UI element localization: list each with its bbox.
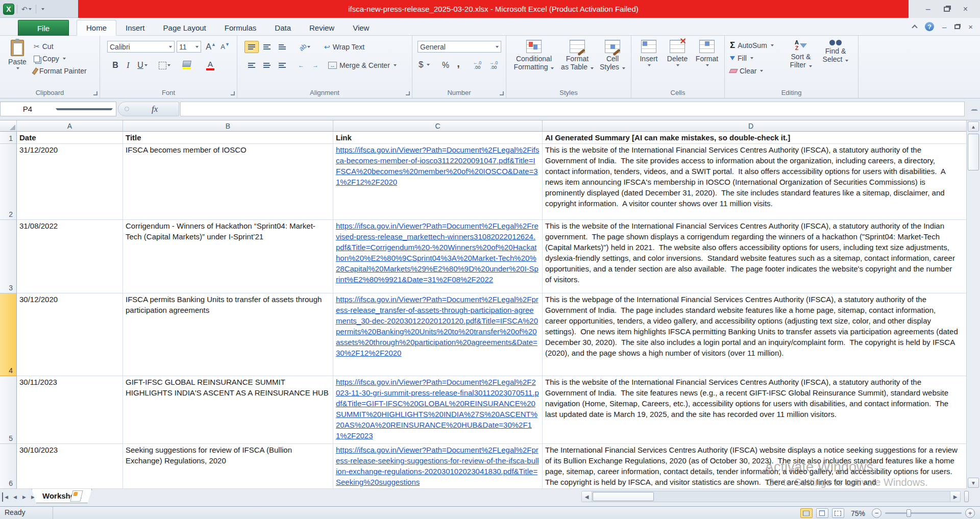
borders-button[interactable]	[155, 59, 174, 71]
cell-link[interactable]: https://ifsca.gov.in/Viewer?Path=Documen…	[333, 376, 543, 444]
vertical-scrollbar[interactable]: ▲ ▼	[966, 120, 980, 489]
select-all-corner[interactable]	[0, 120, 17, 132]
wrap-text-button[interactable]: ↩ Wrap Text	[324, 41, 364, 53]
workbook-restore-icon[interactable]	[954, 24, 960, 29]
hyperlink[interactable]: https://ifsca.gov.in/Viewer?Path=Documen…	[336, 221, 538, 284]
row-header[interactable]: 2	[0, 144, 17, 220]
align-right-button[interactable]	[275, 59, 289, 71]
cell-link[interactable]: https://ifsca.gov.in/Viewer?Path=Documen…	[333, 293, 543, 376]
cell-title[interactable]: IFSCA permits Banking Units to transfer …	[123, 293, 333, 376]
hyperlink[interactable]: https://ifsca.gov.in/Viewer?Path=Documen…	[336, 446, 539, 486]
format-cells-button[interactable]: Format	[693, 40, 721, 66]
zoom-level[interactable]: 75%	[851, 509, 865, 517]
row-header-selected[interactable]: 4	[0, 293, 17, 376]
comma-style-button[interactable]: ,	[453, 57, 463, 69]
header-date[interactable]: Date	[17, 132, 123, 144]
autosum-button[interactable]: Σ AutoSum	[730, 40, 774, 51]
sheet-tab-worksheet[interactable]: Worksheet	[32, 489, 92, 503]
scroll-up-icon[interactable]: ▲	[968, 121, 979, 132]
help-icon[interactable]: ?	[925, 22, 934, 31]
delete-cells-button[interactable]: ✕ Delete	[663, 40, 692, 66]
align-center-button[interactable]	[260, 59, 274, 71]
tab-split-handle[interactable]	[964, 491, 969, 502]
tab-review[interactable]: Review	[300, 20, 344, 36]
bottom-align-button[interactable]	[275, 41, 289, 53]
column-header-a[interactable]: A	[17, 120, 123, 132]
restore-icon[interactable]	[944, 7, 950, 12]
formula-input[interactable]	[180, 102, 965, 116]
horizontal-scrollbar[interactable]: ◀ ▶	[581, 491, 961, 502]
underline-button[interactable]: U	[134, 59, 151, 71]
zoom-slider[interactable]	[885, 512, 962, 514]
previous-sheet-icon[interactable]: ◀	[11, 492, 19, 502]
number-dialog-launcher-icon[interactable]	[500, 91, 504, 95]
first-sheet-icon[interactable]: ◀	[2, 492, 10, 502]
cell-title[interactable]: GIFT-IFSC GLOBAL REINSURANCE SUMMIT HIGH…	[123, 376, 333, 444]
paste-button[interactable]: Paste	[5, 40, 30, 69]
middle-align-button[interactable]	[260, 41, 274, 53]
zoom-slider-thumb[interactable]	[906, 509, 911, 517]
vertical-scrollbar-thumb[interactable]	[968, 134, 979, 170]
expand-formula-bar-icon[interactable]	[971, 106, 978, 111]
zoom-out-button[interactable]: −	[872, 508, 881, 518]
tab-formulas[interactable]: Formulas	[215, 20, 266, 36]
cell-link[interactable]: https://ifsca.gov.in/Viewer?Path=Documen…	[333, 444, 543, 489]
workbook-minimize-icon[interactable]: –	[942, 22, 946, 31]
align-left-button[interactable]	[244, 59, 259, 71]
top-align-button[interactable]	[244, 41, 259, 53]
row-header[interactable]: 1	[0, 132, 17, 144]
header-title[interactable]: Title	[123, 132, 333, 144]
italic-button[interactable]: I	[122, 59, 134, 71]
decrease-indent-button[interactable]: ←	[295, 59, 308, 71]
customize-qat-button[interactable]	[39, 4, 46, 15]
cell-summary[interactable]: This is the webpage of the International…	[543, 293, 966, 376]
hyperlink[interactable]: https://ifsca.gov.in/Viewer?Path=Documen…	[336, 145, 539, 186]
clipboard-dialog-launcher-icon[interactable]	[93, 91, 97, 95]
column-header-d[interactable]: D	[543, 120, 966, 132]
collapse-ribbon-icon[interactable]	[912, 24, 917, 30]
decrease-decimal-button[interactable]: →.0.00	[486, 59, 501, 71]
page-layout-view-button[interactable]	[816, 508, 828, 518]
increase-decimal-button[interactable]: ←.0.00	[470, 59, 485, 71]
increase-indent-button[interactable]: →	[309, 59, 322, 71]
name-box[interactable]: P4	[0, 102, 116, 116]
cell-link[interactable]: https://ifsca.gov.in/Viewer?Path=Documen…	[333, 144, 543, 220]
hyperlink[interactable]: https://ifsca.gov.in/Viewer?Path=Documen…	[336, 295, 538, 357]
cell-date[interactable]: 31/12/2020	[17, 144, 123, 220]
tab-home[interactable]: Home	[77, 20, 116, 36]
format-painter-button[interactable]: Format Painter	[34, 65, 87, 77]
orientation-button[interactable]: ab	[295, 41, 315, 53]
cut-button[interactable]: ✂ Cut	[34, 41, 54, 52]
insert-cells-button[interactable]: Insert	[635, 40, 662, 66]
cell-title[interactable]: Corrigendum - Winners of Hackathon “Spri…	[123, 220, 333, 293]
merge-center-button[interactable]: ↔ Merge & Center	[328, 60, 397, 71]
cell-title[interactable]: Seeking suggestions for review of IFSCA …	[123, 444, 333, 489]
hyperlink[interactable]: https://ifsca.gov.in/Viewer?Path=Documen…	[336, 378, 539, 440]
grow-font-button[interactable]: A▲	[204, 41, 217, 53]
shrink-font-button[interactable]: A▼	[218, 41, 232, 53]
undo-button[interactable]: ↶	[20, 4, 33, 15]
cell-title[interactable]: IFSCA becomes member of IOSCO	[123, 144, 333, 220]
tab-page-layout[interactable]: Page Layout	[154, 20, 215, 36]
format-as-table-button[interactable]: Formatas Table	[559, 40, 595, 71]
fx-icon[interactable]: fx	[152, 104, 158, 114]
workbook-close-icon[interactable]: ×	[968, 22, 973, 31]
conditional-formatting-button[interactable]: ConditionalFormatting	[510, 40, 557, 71]
cell-date[interactable]: 30/12/2020	[17, 293, 123, 376]
tab-file[interactable]: File	[18, 20, 69, 36]
scroll-right-icon[interactable]: ▶	[950, 491, 960, 502]
header-summary[interactable]: AI Generated Summary [AI can make mistak…	[543, 132, 966, 144]
number-format-select[interactable]: General	[418, 41, 501, 53]
cell-date[interactable]: 30/11/2023	[17, 376, 123, 444]
tab-insert[interactable]: Insert	[116, 20, 154, 36]
accounting-format-button[interactable]: $	[419, 59, 430, 70]
percent-style-button[interactable]: %	[439, 59, 452, 71]
cell-link[interactable]: https://ifsca.gov.in/Viewer?Path=Documen…	[333, 220, 543, 293]
copy-button[interactable]: Copy	[34, 53, 66, 64]
font-dialog-launcher-icon[interactable]	[231, 91, 235, 95]
row-header[interactable]: 5	[0, 376, 17, 444]
scroll-left-icon[interactable]: ◀	[582, 491, 592, 502]
minimize-icon[interactable]: –	[926, 5, 930, 13]
excel-logo-icon[interactable]: X	[3, 4, 14, 15]
cell-styles-button[interactable]: CellStyles	[597, 40, 628, 71]
